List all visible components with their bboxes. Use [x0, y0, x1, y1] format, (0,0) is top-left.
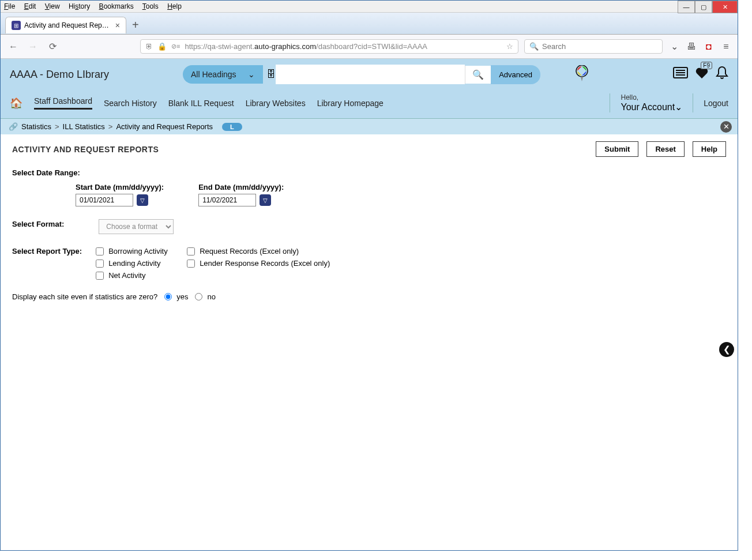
- checkbox-borrowing-activity[interactable]: Borrowing Activity: [96, 247, 182, 255]
- new-tab-button[interactable]: +: [132, 18, 139, 32]
- svg-point-0: [576, 65, 588, 77]
- breadcrumb-item[interactable]: ILL Statistics: [63, 122, 105, 131]
- expand-panel-icon[interactable]: ❮: [719, 342, 734, 357]
- account-menu[interactable]: Hello, Your Account⌄: [610, 93, 693, 112]
- shield-icon[interactable]: ⛨: [145, 42, 153, 51]
- hello-label: Hello,: [621, 93, 682, 102]
- f9-badge: F9: [701, 62, 712, 69]
- checkbox-lending-activity[interactable]: Lending Activity: [96, 259, 182, 268]
- checkbox-request-records[interactable]: Request Records (Excel only): [187, 247, 337, 255]
- print-icon[interactable]: 🖶: [686, 41, 697, 52]
- menu-tools[interactable]: Tools: [142, 2, 159, 10]
- balloon-icon[interactable]: [575, 65, 589, 84]
- checkbox-net-activity[interactable]: Net Activity: [96, 271, 182, 280]
- permissions-icon[interactable]: ⊘≡: [171, 43, 180, 50]
- search-module: All Headings ⌄ 🗄 🔍 Advanced: [183, 65, 540, 84]
- breadcrumb: 🔗 Statistics > ILL Statistics > Activity…: [1, 119, 738, 134]
- format-label: Select Format:: [12, 220, 64, 228]
- lock-badge: L: [222, 123, 242, 131]
- display-zero-question: Display each site even if statistics are…: [12, 292, 726, 301]
- radio-no[interactable]: [195, 293, 202, 300]
- help-button[interactable]: Help: [693, 141, 726, 157]
- end-date-input[interactable]: [198, 194, 256, 206]
- browser-tab-strip: ⊞ Activity and Request Reports | S × +: [1, 13, 738, 35]
- bookmark-star-icon[interactable]: ☆: [506, 42, 513, 51]
- browser-search-box[interactable]: 🔍: [524, 39, 663, 54]
- chevron-down-icon: ⌄: [248, 70, 255, 79]
- menu-edit[interactable]: Edit: [24, 2, 36, 10]
- database-icon[interactable]: 🗄: [266, 69, 276, 80]
- breadcrumb-item[interactable]: Statistics: [21, 122, 51, 131]
- page-title: ACTIVITY AND REQUEST REPORTS: [12, 145, 159, 154]
- favorites-heart-icon[interactable]: F9: [695, 66, 709, 82]
- menu-help[interactable]: Help: [167, 2, 182, 10]
- search-icon: 🔍: [529, 42, 539, 51]
- breadcrumb-item: Activity and Request Reports: [116, 122, 213, 131]
- app-nav: 🏠 Staff Dashboard Search History Blank I…: [1, 90, 738, 118]
- link-icon: 🔗: [9, 122, 18, 131]
- home-icon[interactable]: 🏠: [10, 97, 22, 110]
- close-panel-icon[interactable]: ✕: [720, 121, 732, 133]
- nav-search-history[interactable]: Search History: [104, 99, 157, 108]
- list-icon[interactable]: [673, 67, 688, 82]
- browser-search-input[interactable]: [542, 42, 657, 51]
- report-type-label: Select Report Type:: [12, 247, 82, 255]
- url-bar[interactable]: ⛨ 🔒 ⊘≡ https://qa-stwi-agent.auto-graphi…: [140, 39, 518, 54]
- hamburger-menu-icon[interactable]: ≡: [720, 41, 732, 52]
- browser-menu-bar: File Edit View History Bookmarks Tools H…: [1, 1, 738, 13]
- date-range-label: Select Date Range:: [12, 168, 726, 177]
- back-button[interactable]: ←: [6, 40, 20, 54]
- tab-close-icon[interactable]: ×: [115, 21, 120, 30]
- menu-bookmarks[interactable]: Bookmarks: [99, 2, 134, 10]
- reset-button[interactable]: Reset: [646, 141, 684, 157]
- menu-view[interactable]: View: [45, 2, 60, 10]
- nav-library-homepage[interactable]: Library Homepage: [317, 99, 383, 108]
- radio-yes[interactable]: [164, 293, 172, 300]
- account-name: Your Account: [621, 102, 675, 112]
- search-icon: 🔍: [472, 69, 484, 80]
- app-header: AAAA - Demo LIbrary All Headings ⌄ 🗄 🔍 A…: [1, 59, 738, 90]
- browser-tab[interactable]: ⊞ Activity and Request Reports | S ×: [5, 17, 126, 33]
- forward-button[interactable]: →: [26, 40, 40, 54]
- nav-staff-dashboard[interactable]: Staff Dashboard: [34, 96, 92, 110]
- end-date-calendar-icon[interactable]: ▽: [260, 194, 271, 206]
- headings-label: All Headings: [191, 70, 236, 79]
- main-search-button[interactable]: 🔍: [465, 66, 491, 84]
- checkbox-lender-response-records[interactable]: Lender Response Records (Excel only): [187, 259, 337, 268]
- browser-toolbar: ← → ⟳ ⛨ 🔒 ⊘≡ https://qa-stwi-agent.auto-…: [1, 35, 738, 59]
- menu-file[interactable]: File: [4, 2, 15, 10]
- lock-icon[interactable]: 🔒: [157, 42, 167, 51]
- submit-button[interactable]: Submit: [596, 141, 638, 157]
- headings-dropdown[interactable]: All Headings ⌄: [183, 65, 263, 84]
- window-maximize-button[interactable]: ▢: [695, 1, 712, 13]
- extension-icon[interactable]: ◘: [703, 41, 715, 52]
- main-search-input[interactable]: [276, 65, 465, 84]
- start-date-input[interactable]: [76, 194, 133, 206]
- content-area: ACTIVITY AND REQUEST REPORTS Submit Rese…: [1, 134, 738, 538]
- library-name: AAAA - Demo LIbrary: [10, 69, 171, 81]
- notifications-bell-icon[interactable]: [716, 66, 728, 83]
- window-minimize-button[interactable]: —: [678, 1, 695, 13]
- end-date-label: End Date (mm/dd/yyyy):: [198, 183, 284, 191]
- reload-button[interactable]: ⟳: [46, 40, 59, 54]
- nav-library-websites[interactable]: Library Websites: [246, 99, 306, 108]
- pocket-icon[interactable]: ⌄: [668, 41, 680, 52]
- tab-favicon-icon: ⊞: [12, 21, 21, 30]
- format-select[interactable]: Choose a format: [99, 219, 174, 234]
- window-close-button[interactable]: ✕: [712, 1, 738, 13]
- start-date-label: Start Date (mm/dd/yyyy):: [76, 183, 164, 191]
- nav-blank-ill-request[interactable]: Blank ILL Request: [168, 99, 234, 108]
- menu-history[interactable]: History: [69, 2, 90, 10]
- url-text: https://qa-stwi-agent.auto-graphics.com/…: [185, 42, 502, 51]
- advanced-search-button[interactable]: Advanced: [491, 65, 540, 84]
- tab-title: Activity and Request Reports | S: [24, 21, 112, 29]
- start-date-calendar-icon[interactable]: ▽: [137, 194, 148, 206]
- logout-link[interactable]: Logout: [704, 99, 728, 108]
- chevron-down-icon: ⌄: [675, 102, 682, 112]
